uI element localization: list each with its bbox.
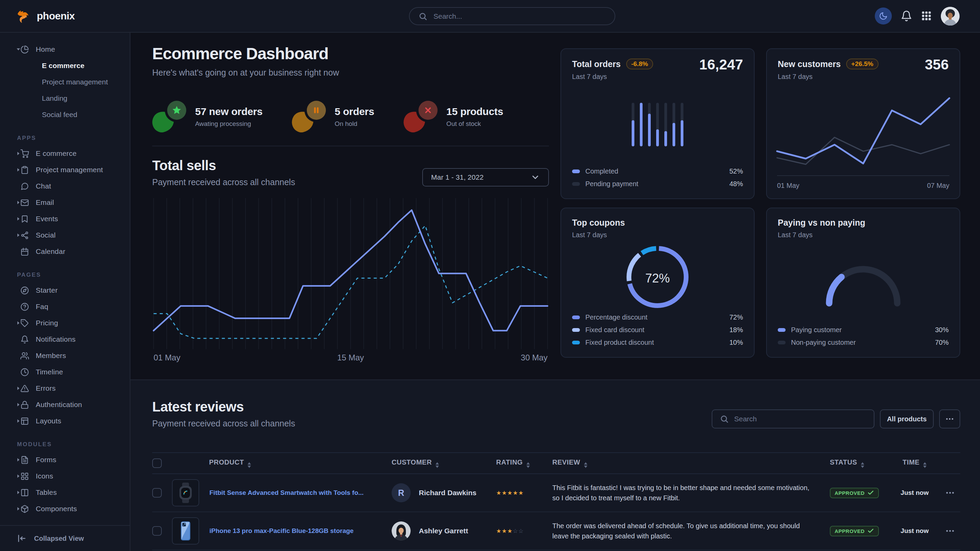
row-checkbox[interactable] <box>152 488 162 497</box>
sidebar-subitem-social-feed[interactable]: Social feed <box>0 106 130 123</box>
row-checkbox[interactable] <box>152 526 162 536</box>
global-search-input[interactable]: Search... <box>409 7 615 25</box>
reviews-search-input[interactable]: Search <box>712 410 875 429</box>
header-actions <box>875 0 959 32</box>
main-content: Ecommerce Dashboard Here's what's going … <box>130 33 980 551</box>
stat-value: 5 orders <box>335 106 374 118</box>
review-text: This Fitbit is fantastic! I was trying t… <box>552 483 816 503</box>
sidebar-item-pricing[interactable]: Pricing <box>0 315 130 331</box>
column-label: CUSTOMER <box>391 459 432 466</box>
legend-value: 48% <box>729 180 743 188</box>
legend-label: Non-paying customer <box>791 339 856 346</box>
new-customers-value: 356 <box>925 57 949 73</box>
sidebar-item-icons[interactable]: Icons <box>0 468 130 484</box>
column-label: PRODUCT <box>209 459 244 466</box>
status-cell: APPROVED <box>816 474 889 512</box>
column-header-rating[interactable]: RATING <box>496 453 552 474</box>
reviews-more-button[interactable] <box>939 410 960 429</box>
new-customers-period: Last 7 days <box>778 73 949 81</box>
product-link[interactable]: iPhone 13 pro max-Pacific Blue-128GB sto… <box>209 527 353 535</box>
column-header-customer[interactable]: CUSTOMER <box>391 453 496 474</box>
sidebar-item-home[interactable]: Home <box>0 41 130 57</box>
notifications-button[interactable] <box>900 10 912 22</box>
user-avatar[interactable] <box>941 7 959 25</box>
sidebar-item-email[interactable]: Email <box>0 194 130 211</box>
sort-icon[interactable] <box>248 462 251 468</box>
sidebar-item-label: E commerce <box>36 149 76 157</box>
legend-label: Percentage discount <box>585 313 648 321</box>
column-header-product[interactable]: PRODUCT <box>172 453 391 474</box>
status-label: APPROVED <box>835 528 865 534</box>
sidebar-item-authentication[interactable]: Authentication <box>0 397 130 413</box>
page-subtitle: Here's what's going on at your business … <box>152 68 549 78</box>
sidebar-item-project-management[interactable]: Project management <box>0 162 130 178</box>
row-actions-button[interactable] <box>940 526 960 536</box>
caret-right-icon <box>16 167 21 173</box>
legend-swatch <box>572 341 580 345</box>
sort-icon[interactable] <box>527 462 530 468</box>
actions-cell <box>940 474 960 512</box>
collapsed-view-toggle[interactable]: Collapsed View <box>0 525 130 551</box>
total-sells-title: Total sells <box>152 158 295 173</box>
sidebar-item-chat[interactable]: Chat <box>0 178 130 194</box>
sidebar-item-layouts[interactable]: Layouts <box>0 413 130 429</box>
sidebar-item-notifications[interactable]: Notifications <box>0 331 130 348</box>
sidebar-subitem-project-management[interactable]: Project management <box>0 74 130 90</box>
sidebar-item-label: Errors <box>36 384 56 392</box>
caret-right-icon <box>16 200 21 205</box>
theme-toggle-button[interactable] <box>875 8 892 24</box>
legend-value: 70% <box>935 339 949 346</box>
all-products-label: All products <box>887 415 927 423</box>
sidebar-item-calendar[interactable]: Calendar <box>0 243 130 260</box>
date-range-select[interactable]: Mar 1 - 31, 2022 <box>422 168 549 186</box>
column-header-review[interactable]: REVIEW <box>552 453 816 474</box>
stat-value: 57 new orders <box>195 106 262 118</box>
sidebar-item-label: Faq <box>36 303 48 311</box>
row-actions-button[interactable] <box>940 488 960 498</box>
select-all-header <box>152 453 172 474</box>
coupons-legend-fixed-card-discount: Fixed card discount 18% <box>572 324 743 336</box>
caret-right-icon <box>16 457 21 462</box>
compass-icon <box>20 286 29 295</box>
legend-value: 52% <box>729 167 743 175</box>
sidebar-item-label: Notifications <box>36 335 76 343</box>
sidebar-item-components[interactable]: Components <box>0 501 130 517</box>
sidebar-item-social[interactable]: Social <box>0 227 130 243</box>
column-header-time[interactable]: TIME <box>889 453 940 474</box>
sidebar-item-tables[interactable]: Tables <box>0 484 130 501</box>
pie-chart-icon <box>20 45 29 54</box>
columns-icon <box>20 488 29 497</box>
product-thumbnail[interactable] <box>172 479 199 507</box>
apps-grid-button[interactable] <box>921 11 932 21</box>
product-thumbnail[interactable] <box>172 517 199 545</box>
brand-logo[interactable]: phoenix <box>16 0 75 32</box>
all-products-button[interactable]: All products <box>880 410 934 429</box>
sidebar-item-starter[interactable]: Starter <box>0 282 130 299</box>
actions-cell <box>940 512 960 550</box>
sort-icon[interactable] <box>861 462 864 468</box>
sidebar-item-events[interactable]: Events <box>0 211 130 227</box>
sidebar-item-timeline[interactable]: Timeline <box>0 364 130 380</box>
sort-icon[interactable] <box>584 462 587 468</box>
sidebar-item-label: Calendar <box>36 248 65 256</box>
stat-out-of-stock: 15 products Out of stock <box>404 101 503 133</box>
sidebar-subitem-landing[interactable]: Landing <box>0 90 130 106</box>
svg-text:30 May: 30 May <box>521 353 547 362</box>
sidebar-item-errors[interactable]: Errors <box>0 380 130 397</box>
sort-icon[interactable] <box>923 462 926 468</box>
brand-name: phoenix <box>37 10 75 22</box>
sidebar-subitem-e-commerce[interactable]: E commerce <box>0 57 130 74</box>
top-navbar: phoenix Search... <box>0 0 980 33</box>
column-header-status[interactable]: STATUS <box>816 453 889 474</box>
sidebar-item-members[interactable]: Members <box>0 348 130 364</box>
sort-icon[interactable] <box>436 462 439 468</box>
sidebar-item-faq[interactable]: Faq <box>0 299 130 315</box>
sidebar-item-e-commerce[interactable]: E commerce <box>0 145 130 162</box>
column-label: TIME <box>903 459 920 466</box>
sidebar-item-forms[interactable]: Forms <box>0 452 130 468</box>
stat-label: Out of stock <box>446 120 503 128</box>
select-all-checkbox[interactable] <box>152 459 162 468</box>
product-link[interactable]: Fitbit Sense Advanced Smartwatch with To… <box>209 489 364 497</box>
time-cell: Just now <box>889 512 940 550</box>
reviews-table: PRODUCTCUSTOMERRATINGREVIEWSTATUSTIME Fi… <box>152 452 960 551</box>
